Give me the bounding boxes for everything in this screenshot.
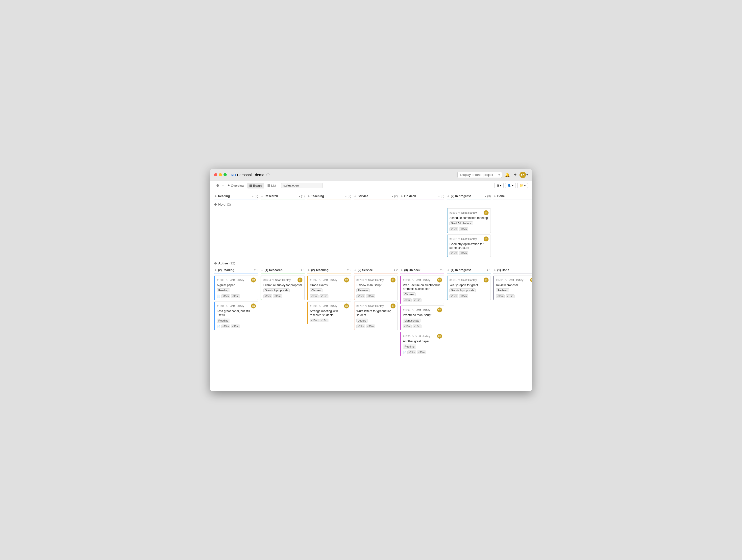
project-selector[interactable]: Display another project — [458, 172, 502, 178]
filter-input[interactable] — [281, 183, 323, 188]
edit-icon-1691[interactable]: ✎ — [225, 304, 228, 308]
hold-label: Hold — [218, 203, 225, 206]
active-teaching-name: (2) Teaching — [311, 268, 346, 272]
card-id-1691: #1691 — [217, 304, 224, 307]
time1-1689: <15m — [221, 294, 230, 298]
card-1699[interactable]: #1699 ✎ Scott Hartley SH Schedule commit… — [447, 208, 491, 233]
done-chevron[interactable]: ▾ — [531, 195, 532, 198]
edit-icon-1692[interactable]: ✎ — [458, 237, 460, 240]
add-active-ondeck[interactable]: + — [400, 268, 403, 272]
list-tab[interactable]: ☰ List — [265, 183, 278, 188]
edit-icon-1696[interactable]: ✎ — [412, 278, 414, 281]
board-label: Board — [253, 184, 262, 187]
time2-1693: <15m — [413, 325, 421, 328]
active-research-chevron[interactable]: ▾ — [301, 269, 302, 271]
card-1702[interactable]: #1702 ✎ Scott Hartley SH Write letters f… — [354, 301, 398, 330]
app-name: Personal - demo — [237, 173, 264, 177]
gear-button[interactable]: ⚙ — [214, 182, 221, 188]
toolbar: ⚙ ▾ 👁 Overview ⊞ Board ☰ List ⊟ ▾ 👤 ▾ 📁 — [210, 181, 532, 190]
avatar-1700: SH — [390, 278, 395, 282]
edit-icon-1700[interactable]: ✎ — [365, 278, 367, 281]
maximize-button[interactable] — [223, 173, 227, 176]
edit-icon-1694[interactable]: ✎ — [272, 278, 274, 281]
hold-service-col — [354, 208, 398, 259]
active-service-name: (2) Service — [358, 268, 393, 272]
card-1700[interactable]: #1700 ✎ Scott Hartley SH Review manuscri… — [354, 276, 398, 300]
close-button[interactable] — [214, 173, 217, 176]
add-button[interactable]: + — [513, 171, 518, 178]
edit-icon-1693[interactable]: ✎ — [412, 308, 414, 312]
card-1701[interactable]: #1701 ✎ Scott Hartley SH Review proposal… — [493, 276, 532, 300]
active-service-chevron[interactable]: ▾ — [394, 269, 395, 271]
add-active-done[interactable]: + — [493, 268, 496, 272]
hold-columns-row: #1699 ✎ Scott Hartley SH Schedule commit… — [214, 208, 532, 259]
add-active-teaching[interactable]: + — [307, 268, 310, 272]
add-teaching-button[interactable]: + — [307, 194, 310, 198]
research-chevron[interactable]: ▾ — [299, 195, 300, 198]
user-avatar[interactable]: SH — [520, 172, 526, 178]
card-1691[interactable]: #1691 ✎ Scott Hartley SH Less great pape… — [214, 301, 258, 330]
hold-reading-col — [214, 208, 258, 259]
edit-icon-1695[interactable]: ✎ — [458, 278, 460, 281]
edit-icon-1699[interactable]: ✎ — [458, 211, 460, 215]
card-1690[interactable]: #1690 ✎ Scott Hartley SH Another great p… — [400, 332, 444, 356]
add-research-button[interactable]: + — [261, 194, 264, 198]
card-id-1701: #1701 — [496, 279, 504, 281]
card-1698[interactable]: #1698 ✎ Scott Hartley SH Arrange meeting… — [307, 301, 351, 324]
active-reading-chevron[interactable]: ▾ — [254, 269, 255, 271]
edit-icon-1702[interactable]: ✎ — [365, 304, 367, 308]
doc-icon-1689: 📄 — [217, 295, 220, 298]
board-tab[interactable]: ⊞ Board — [247, 183, 264, 188]
card-author-1701: Scott Hartley — [508, 279, 529, 281]
card-1696[interactable]: #1696 ✎ Scott Hartley SH Prep. lecture o… — [400, 276, 444, 304]
card-1693[interactable]: #1693 ✎ Scott Hartley SH Proofread manus… — [400, 305, 444, 330]
add-active-service[interactable]: + — [354, 268, 357, 272]
avatar-1693: SH — [437, 307, 442, 313]
active-research-name: (1) Research — [265, 268, 300, 272]
card-1694[interactable]: #1694 ✎ Scott Hartley SH Literature surv… — [261, 276, 305, 300]
time2-1696: <15m — [413, 298, 421, 302]
add-reading-button[interactable]: + — [214, 194, 217, 198]
hold-collapse-icon[interactable]: ⊘ — [214, 203, 217, 206]
edit-icon-1698[interactable]: ✎ — [319, 304, 321, 308]
card-1689[interactable]: #1689 ✎ Scott Hartley SH A great paper R… — [214, 276, 258, 300]
inprogress-count: (3) — [487, 194, 491, 198]
card-1697[interactable]: #1697 ✎ Scott Hartley SH Grade exams Cla… — [307, 276, 351, 300]
add-active-research[interactable]: + — [261, 268, 264, 272]
reading-chevron[interactable]: ▾ — [252, 195, 254, 198]
add-ondeck-button[interactable]: + — [400, 194, 403, 198]
add-service-button[interactable]: + — [354, 194, 357, 198]
inprogress-chevron[interactable]: ▾ — [485, 195, 486, 198]
person-filter-button[interactable]: 👤 ▾ — [505, 183, 516, 188]
reading-count: (2) — [254, 194, 258, 198]
card-title-1691: Less great paper, but still useful — [217, 310, 256, 317]
minimize-button[interactable] — [219, 173, 222, 176]
card-tag-1702: Letters — [356, 319, 368, 323]
add-active-inprogress[interactable]: + — [447, 268, 450, 272]
active-inprogress-chevron[interactable]: ▾ — [487, 269, 488, 271]
overview-tab[interactable]: 👁 Overview — [225, 183, 246, 188]
filter-button[interactable]: ⊟ ▾ — [494, 183, 504, 188]
card-1695[interactable]: #1695 ✎ Scott Hartley SH Yearly report f… — [447, 276, 491, 300]
active-ondeck-chevron[interactable]: ▾ — [440, 269, 441, 271]
card-1692[interactable]: #1692 ✎ Scott Hartley SH Geometry optimi… — [447, 234, 491, 257]
active-collapse-icon[interactable]: ⊙ — [214, 262, 217, 265]
service-chevron[interactable]: ▾ — [392, 195, 393, 198]
edit-icon-1690[interactable]: ✎ — [412, 334, 414, 338]
active-teaching-chevron[interactable]: ▾ — [347, 269, 349, 271]
ondeck-chevron[interactable]: ▾ — [438, 195, 439, 198]
add-inprogress-button[interactable]: + — [447, 194, 450, 198]
edit-icon-1697[interactable]: ✎ — [319, 278, 321, 281]
add-active-reading[interactable]: + — [214, 268, 217, 272]
teaching-chevron[interactable]: ▾ — [345, 195, 347, 198]
avatar-1691: SH — [251, 303, 256, 309]
edit-icon-1689[interactable]: ✎ — [225, 278, 228, 281]
edit-icon-1701[interactable]: ✎ — [505, 278, 507, 281]
notification-button[interactable]: 🔔 — [504, 171, 511, 178]
time2-1689: <15m — [231, 294, 240, 298]
project-selector-wrapper[interactable]: Display another project — [458, 172, 502, 178]
add-done-button[interactable]: + — [493, 194, 496, 198]
folder-filter-button[interactable]: 📁 ▾ — [517, 183, 528, 188]
person-icon: 👤 — [508, 184, 511, 187]
user-chevron[interactable]: ▾ — [526, 173, 528, 177]
